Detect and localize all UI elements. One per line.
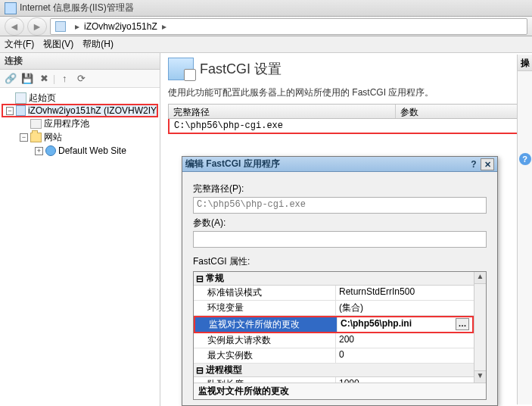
chevron-right-icon: ▸ [162, 21, 166, 32]
connections-toolbar: 🔗 💾 ✖ | ↑ ⟳ [0, 70, 160, 88]
expand-icon[interactable]: + [35, 147, 43, 155]
dialog-help-button[interactable]: ? [467, 159, 481, 170]
menu-file[interactable]: 文件(F) [5, 38, 34, 51]
tree-sites[interactable]: − 网站 [2, 130, 158, 144]
tree-sites-label: 网站 [44, 131, 62, 144]
grid-header[interactable]: 完整路径 参数 [168, 104, 524, 119]
help-icon[interactable]: ? [519, 153, 531, 165]
tree-start-page[interactable]: 起始页 [2, 91, 158, 105]
chevron-right-icon: ▸ [75, 21, 79, 32]
connect-icon[interactable]: 🔗 [3, 71, 18, 86]
tree-apppool[interactable]: 应用程序池 [2, 117, 158, 130]
page-description: 使用此功能可配置此服务器上的网站所使用的 FastCGI 应用程序。 [168, 86, 524, 99]
breadcrumb[interactable]: ▸ iZOvhw2iyo151hZ ▸ [50, 18, 527, 35]
path-label: 完整路径(P): [193, 183, 487, 195]
prop-row-maxreq[interactable]: 实例最大请求数 200 [194, 333, 474, 348]
grid-col-args[interactable]: 参数 [396, 105, 524, 118]
tree-start-label: 起始页 [29, 92, 56, 105]
connections-panel: 连接 🔗 💾 ✖ | ↑ ⟳ 起始页 − iZOvhw2iyo151hZ (IZ… [0, 53, 160, 406]
tree-server-label: iZOvhw2iyo151hZ (IZOVHW2IY [28, 105, 157, 116]
tree-default-site-label: Default Web Site [58, 145, 126, 156]
collapse-icon[interactable]: ⊟ [194, 365, 206, 376]
nav-bar: ◄ ► ▸ iZOvhw2iyo151hZ ▸ [0, 17, 532, 36]
iis-app-icon [5, 2, 17, 14]
tree-server-node[interactable]: − iZOvhw2iyo151hZ (IZOVHW2IY [2, 104, 158, 117]
actions-panel: 操 ? [517, 55, 532, 404]
propgrid-scrollbar[interactable]: ▲ ▼ [474, 272, 486, 383]
delete-icon[interactable]: ✖ [36, 71, 51, 86]
home-icon [15, 92, 26, 104]
window-titlebar: Internet 信息服务(IIS)管理器 [0, 0, 532, 17]
prop-category-procmodel[interactable]: ⊟ 进程模型 [194, 364, 474, 377]
scroll-down-icon[interactable]: ▼ [474, 370, 486, 383]
server-icon [16, 105, 26, 116]
save-icon[interactable]: 💾 [20, 71, 35, 86]
collapse-icon[interactable]: ⊟ [194, 273, 206, 284]
nav-forward-button[interactable]: ► [27, 17, 47, 36]
args-label: 参数(A): [193, 217, 487, 230]
collapse-icon[interactable]: − [20, 133, 28, 142]
prop-row-maxinst[interactable]: 最大实例数 0 [194, 348, 474, 364]
grid-col-path[interactable]: 完整路径 [169, 105, 396, 118]
nav-back-button[interactable]: ◄ [5, 17, 24, 36]
folder-icon [30, 133, 42, 142]
propgrid-description: 监视对文件所做的更改 [194, 383, 486, 399]
args-input[interactable] [193, 231, 487, 248]
prop-row-queue[interactable]: 队列长度 1000 [194, 377, 474, 383]
server-icon [55, 21, 66, 32]
connections-header: 连接 [0, 53, 160, 70]
grid-cell-path: C:\php56\php-cgi.exe [170, 119, 397, 133]
edit-fastcgi-dialog: 编辑 FastCGI 应用程序 ? ✕ 完整路径(P): C:\php56\ph… [182, 156, 498, 406]
props-label: FastCGI 属性: [193, 255, 487, 268]
website-icon [45, 145, 56, 156]
collapse-icon[interactable]: − [6, 107, 14, 115]
menu-bar: 文件(F) 视图(V) 帮助(H) [0, 36, 532, 53]
page-title: FastCGI 设置 [200, 60, 282, 78]
fastcgi-icon [168, 58, 194, 80]
dialog-title: 编辑 FastCGI 应用程序 [185, 158, 280, 170]
dialog-close-button[interactable]: ✕ [481, 158, 494, 170]
tree-apppool-label: 应用程序池 [44, 117, 89, 130]
menu-view[interactable]: 视图(V) [43, 38, 73, 51]
browse-button[interactable]: … [456, 318, 469, 330]
menu-help[interactable]: 帮助(H) [82, 38, 114, 51]
actions-header: 操 [518, 55, 532, 71]
apppool-icon [30, 119, 42, 129]
prop-row-monitor[interactable]: 监视对文件所做的更改 C:\php56\php.ini… [194, 316, 474, 333]
grid-row-selected[interactable]: C:\php56\php-cgi.exe [168, 119, 524, 134]
breadcrumb-server: iZOvhw2iyo151hZ [84, 21, 157, 32]
property-grid[interactable]: ⊟ 常规 标准错误模式 ReturnStdErrIn500 环境变量 (集合) … [193, 271, 487, 400]
prop-row-stderr[interactable]: 标准错误模式 ReturnStdErrIn500 [194, 286, 474, 301]
prop-row-env[interactable]: 环境变量 (集合) [194, 301, 474, 316]
scroll-up-icon[interactable]: ▲ [474, 272, 486, 284]
tree-default-site[interactable]: + Default Web Site [2, 144, 158, 158]
window-title: Internet 信息服务(IIS)管理器 [20, 2, 134, 14]
path-input[interactable]: C:\php56\php-cgi.exe [193, 197, 487, 214]
prop-category-general[interactable]: ⊟ 常规 [194, 272, 474, 286]
dialog-titlebar[interactable]: 编辑 FastCGI 应用程序 ? ✕ [182, 157, 497, 172]
up-icon[interactable]: ↑ [57, 71, 72, 86]
refresh-icon[interactable]: ⟳ [73, 71, 89, 86]
